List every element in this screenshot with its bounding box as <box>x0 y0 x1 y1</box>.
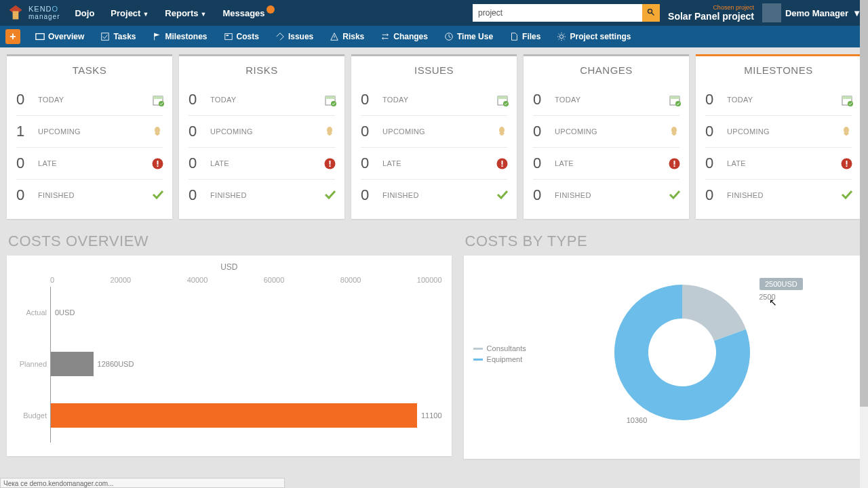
svg-point-24 <box>327 127 332 134</box>
chosen-project[interactable]: Chosen project Solar Panel project <box>660 5 762 22</box>
subnav-changes[interactable]: Changes <box>374 32 435 41</box>
card-row-today[interactable]: 0TODAY <box>533 84 679 116</box>
card-count: 0 <box>189 186 201 204</box>
svg-point-45 <box>844 127 849 134</box>
top-nav: Dojo Project▼ Reports▼ Messages <box>66 8 273 18</box>
card-count: 0 <box>361 155 373 172</box>
card-count: 0 <box>533 91 545 108</box>
upcoming-icon <box>152 126 163 137</box>
card-row-today[interactable]: 0TODAY <box>361 84 507 116</box>
vertical-scrollbar[interactable] <box>860 0 868 488</box>
cursor-icon: ↖ <box>769 297 777 308</box>
card-count: 0 <box>705 123 717 140</box>
svg-rect-19 <box>157 161 159 165</box>
search-input[interactable] <box>473 4 642 22</box>
svg-rect-47 <box>846 161 848 165</box>
logo-text: KENDO manager <box>28 5 60 20</box>
search-button[interactable] <box>642 4 660 22</box>
svg-marker-1 <box>13 11 19 19</box>
nav-dojo[interactable]: Dojo <box>66 8 102 18</box>
nav-project[interactable]: Project▼ <box>102 8 157 18</box>
card-row-upcoming[interactable]: 0UPCOMING <box>705 116 852 148</box>
card-row-finished[interactable]: 0FINISHED <box>705 180 852 211</box>
avatar <box>762 3 781 22</box>
card-row-late[interactable]: 0LATE <box>16 148 163 180</box>
legend-swatch <box>473 359 483 361</box>
card-row-today[interactable]: 0TODAY <box>189 84 335 116</box>
nav-reports[interactable]: Reports▼ <box>157 8 214 18</box>
late-icon <box>152 158 163 169</box>
svg-point-16 <box>159 101 164 106</box>
svg-point-13 <box>560 35 564 38</box>
svg-rect-41 <box>674 165 675 167</box>
legend-item-equipment[interactable]: Equipment <box>473 354 526 365</box>
subnav-files[interactable]: Files <box>502 32 547 41</box>
subnav-milestones[interactable]: Milestones <box>146 32 214 41</box>
donut-svg <box>608 278 757 427</box>
card-row-upcoming[interactable]: 0UPCOMING <box>533 116 679 148</box>
legend-item-consultants[interactable]: Consultants <box>473 343 526 354</box>
svg-point-17 <box>155 127 160 134</box>
card-label: FINISHED <box>382 191 419 199</box>
search-icon <box>647 8 655 16</box>
costs-overview-panel: USD 020000400006000080000100000 Actual0U… <box>7 256 452 456</box>
status-card-risks[interactable]: RISKS0TODAY0UPCOMING0LATE0FINISHED <box>179 54 344 219</box>
status-card-milestones[interactable]: MILESTONES0TODAY0UPCOMING0LATE0FINISHED <box>696 54 861 219</box>
subnav-risks[interactable]: Risks <box>323 32 371 41</box>
card-count: 0 <box>16 186 28 204</box>
card-row-finished[interactable]: 0FINISHED <box>361 180 507 211</box>
app-logo-icon <box>7 4 24 22</box>
subnav-timeuse[interactable]: Time Use <box>437 32 500 41</box>
nav-messages[interactable]: Messages <box>214 8 273 18</box>
svg-rect-20 <box>157 165 159 167</box>
card-row-today[interactable]: 0TODAY <box>705 84 852 116</box>
scrollbar-thumb[interactable] <box>860 0 868 407</box>
svg-rect-9 <box>226 35 229 36</box>
subnav-tasks[interactable]: Tasks <box>94 32 142 41</box>
card-row-upcoming[interactable]: 1UPCOMING <box>16 116 163 148</box>
svg-rect-48 <box>846 165 848 167</box>
bar-row-budget: Budget11100 <box>51 390 442 441</box>
subnav-issues[interactable]: Issues <box>269 32 320 41</box>
card-row-upcoming[interactable]: 0UPCOMING <box>361 116 507 148</box>
clock-icon <box>444 32 454 41</box>
subnav-overview[interactable]: Overview <box>28 32 91 41</box>
status-card-changes[interactable]: CHANGES0TODAY0UPCOMING0LATE0FINISHED <box>524 54 689 219</box>
status-card-issues[interactable]: ISSUES0TODAY0UPCOMING0LATE0FINISHED <box>351 54 517 219</box>
card-count: 0 <box>361 91 373 108</box>
upcoming-icon <box>324 126 335 137</box>
finished-icon <box>152 190 163 201</box>
bar-value: 11100 <box>421 411 442 420</box>
logo[interactable]: KENDO manager <box>0 4 66 22</box>
card-row-upcoming[interactable]: 0UPCOMING <box>189 116 335 148</box>
user-menu[interactable]: Demo Manager ▼ <box>762 3 868 22</box>
subnav-settings[interactable]: Project settings <box>550 32 637 41</box>
search-box <box>473 4 660 22</box>
user-name: Demo Manager <box>785 8 848 18</box>
card-title: CHANGES <box>533 64 679 76</box>
late-icon <box>841 158 852 169</box>
card-count: 0 <box>361 123 373 140</box>
status-card-tasks[interactable]: TASKS0TODAY1UPCOMING0LATE0FINISHED <box>7 54 172 219</box>
subnav-costs[interactable]: Costs <box>217 32 266 41</box>
card-row-finished[interactable]: 0FINISHED <box>189 180 335 211</box>
finished-icon <box>324 190 335 201</box>
chosen-project-name: Solar Panel project <box>668 11 754 22</box>
svg-rect-5 <box>102 33 109 41</box>
card-title: MILESTONES <box>705 64 852 76</box>
card-row-finished[interactable]: 0FINISHED <box>533 180 679 211</box>
bar-area: Actual0USDPlanned12860USDBudget11100 <box>50 287 442 443</box>
gear-icon <box>557 32 566 41</box>
card-row-today[interactable]: 0TODAY <box>16 84 163 116</box>
browser-status-bar: Чека се demo.kendomanager.com... <box>0 478 285 488</box>
add-button[interactable]: + <box>5 29 20 44</box>
card-row-finished[interactable]: 0FINISHED <box>16 180 163 211</box>
svg-point-30 <box>503 101 509 106</box>
card-row-late[interactable]: 0LATE <box>533 148 679 180</box>
donut-slice-consultants[interactable] <box>682 285 746 341</box>
card-row-late[interactable]: 0LATE <box>189 148 335 180</box>
card-row-late[interactable]: 0LATE <box>705 148 852 180</box>
upcoming-icon <box>496 126 507 137</box>
card-row-late[interactable]: 0LATE <box>361 148 507 180</box>
bar-label: Budget <box>17 411 47 420</box>
